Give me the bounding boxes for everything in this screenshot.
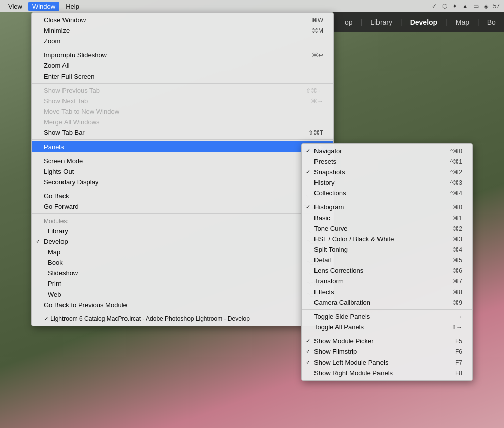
menu-item-merge-windows: Merge All Windows [32, 117, 333, 127]
menu-item-zoom[interactable]: Zoom [32, 36, 333, 46]
submenu-item-toggle-side-panels[interactable]: Toggle Side Panels → [302, 311, 472, 322]
menu-item-screen-mode[interactable]: Screen Mode ▶ [32, 156, 333, 166]
submenu-sep-3 [302, 334, 472, 334]
submenu-item-show-filmstrip[interactable]: ✓ Show Filmstrip F6 [302, 346, 472, 357]
lr-nav-map[interactable]: Map [452, 16, 473, 28]
sep-1 [32, 48, 333, 48]
menubar: View Window Help ✓ ⬡ ✦ ▲ ▭ ◈ 57 [0, 0, 504, 12]
submenu-item-tone-curve[interactable]: Tone Curve ⌘2 [302, 223, 472, 234]
modules-section-label: Modules: [32, 216, 333, 226]
menu-item-panels[interactable]: Panels ▶ [32, 141, 333, 152]
airplay-icon: ▭ [473, 3, 479, 10]
menu-item-slideshow[interactable]: Slideshow ⌥⌘5 [32, 268, 333, 278]
menu-item-go-back-module[interactable]: Go Back to Previous Module ⌥⌘↑ [32, 300, 333, 310]
menu-item-close-window[interactable]: Close Window ⌘W [32, 15, 333, 25]
menu-item-library[interactable]: Library ⌥⌘1 [32, 226, 333, 236]
menu-item-develop[interactable]: ✓ Develop ⌥⌘2 [32, 236, 333, 247]
submenu-item-navigator[interactable]: ✓ Navigator ^⌘0 [302, 146, 472, 156]
menubar-item-view[interactable]: View [4, 2, 26, 11]
submenu-item-history[interactable]: History ^⌘3 [302, 177, 472, 188]
dropbox-icon: ⬡ [442, 3, 447, 10]
submenu-item-presets[interactable]: Presets ^⌘1 [302, 156, 472, 167]
menubar-item-window[interactable]: Window [28, 2, 59, 11]
menubar-item-help[interactable]: Help [61, 2, 83, 11]
sep-2 [32, 83, 333, 84]
submenu-item-show-module-picker[interactable]: ✓ Show Module Picker F5 [302, 336, 472, 346]
menu-item-book[interactable]: Book ⌥⌘4 [32, 257, 333, 268]
navigator-check-icon: ✓ [306, 148, 310, 154]
bluetooth-icon: ✦ [452, 3, 457, 10]
menu-item-zoom-all[interactable]: Zoom All [32, 60, 333, 71]
lr-sep-2: | [400, 18, 402, 26]
submenu-item-split-toning[interactable]: Split Toning ⌘4 [302, 244, 472, 255]
lr-sep-1: | [361, 18, 363, 26]
submenu-item-camera-calibration[interactable]: Camera Calibration ⌘9 [302, 297, 472, 308]
shield-icon: ✓ [432, 3, 437, 10]
menu-item-print[interactable]: Print ⌥⌘6 [32, 278, 333, 289]
lr-nav-develop[interactable]: Develop [406, 16, 442, 28]
volume-icon: ◈ [484, 3, 488, 10]
sep-4 [32, 154, 333, 154]
menu-item-go-forward[interactable]: Go Forward ⌥⌘→ [32, 201, 333, 212]
submenu-sep-2 [302, 309, 472, 310]
window-menu-dropdown: Close Window ⌘W Minimize ⌘M Zoom Impromp… [31, 12, 334, 326]
submenu-item-histogram[interactable]: ✓ Histogram ⌘0 [302, 202, 472, 212]
snapshots-check-icon: ✓ [306, 169, 310, 175]
left-panels-check-icon: ✓ [306, 359, 310, 366]
submenu-item-lens-corrections[interactable]: Lens Corrections ⌘6 [302, 265, 472, 276]
submenu-item-hsl[interactable]: HSL / Color / Black & White ⌘3 [302, 234, 472, 244]
submenu-item-basic[interactable]: — Basic ⌘1 [302, 212, 472, 223]
menu-item-show-tab-bar[interactable]: Show Tab Bar ⇧⌘T [32, 127, 333, 138]
menu-item-go-back[interactable]: Go Back ⌥⌘← [32, 191, 333, 201]
submenu-item-show-right-panels[interactable]: Show Right Module Panels F8 [302, 368, 472, 378]
submenu-sep-1 [302, 200, 472, 200]
menu-item-lights-out[interactable]: Lights Out ▶ [32, 166, 333, 177]
submenu-item-collections[interactable]: Collections ^⌘4 [302, 188, 472, 198]
submenu-item-effects[interactable]: Effects ⌘8 [302, 287, 472, 297]
panels-submenu: ✓ Navigator ^⌘0 Presets ^⌘1 ✓ Snapshots … [301, 143, 473, 381]
submenu-item-toggle-all-panels[interactable]: Toggle All Panels ⇧→ [302, 322, 472, 332]
submenu-item-transform[interactable]: Transform ⌘7 [302, 276, 472, 287]
menu-item-web[interactable]: Web ⌥⌘7 [32, 289, 333, 300]
sep-3 [32, 139, 333, 140]
sep-6 [32, 213, 333, 214]
menu-item-catalog[interactable]: ✓ Lightroom 6 Catalog MacPro.lrcat - Ado… [32, 314, 333, 324]
submenu-item-snapshots[interactable]: ✓ Snapshots ^⌘2 [302, 167, 472, 177]
module-picker-check-icon: ✓ [306, 338, 310, 344]
menu-item-enter-full-screen[interactable]: Enter Full Screen [32, 71, 333, 82]
submenu-item-detail[interactable]: Detail ⌘5 [302, 255, 472, 265]
lr-nav-book[interactable]: Bo [483, 16, 500, 28]
sep-7 [32, 312, 333, 312]
wifi-icon: ▲ [462, 3, 468, 10]
menu-item-secondary-display[interactable]: Secondary Display ▶ [32, 177, 333, 187]
time-display: 57 [493, 3, 500, 10]
lr-nav-library[interactable]: Library [366, 16, 396, 28]
develop-check-icon: ✓ [36, 238, 40, 245]
sep-5 [32, 189, 333, 189]
submenu-item-show-left-panels[interactable]: ✓ Show Left Module Panels F7 [302, 357, 472, 368]
lr-topbar: op | Library | Develop | Map | Bo [333, 12, 504, 32]
histogram-check-icon: ✓ [306, 204, 310, 210]
lr-nav-title: op [341, 16, 357, 28]
menu-item-impromptu-slideshow[interactable]: Impromptu Slideshow ⌘↩ [32, 50, 333, 60]
menu-item-map[interactable]: Map ⌥⌘3 [32, 247, 333, 257]
menu-item-minimize[interactable]: Minimize ⌘M [32, 25, 333, 36]
menubar-right: ✓ ⬡ ✦ ▲ ▭ ◈ 57 [432, 3, 500, 10]
filmstrip-check-icon: ✓ [306, 348, 310, 355]
menu-item-move-tab: Move Tab to New Window [32, 106, 333, 117]
menu-item-show-prev-tab: Show Previous Tab ⇧⌘← [32, 85, 333, 96]
lr-sep-3: | [446, 18, 448, 26]
basic-dash-icon: — [306, 215, 311, 221]
lr-sep-4: | [477, 18, 479, 26]
menu-item-show-next-tab: Show Next Tab ⌘→ [32, 96, 333, 106]
